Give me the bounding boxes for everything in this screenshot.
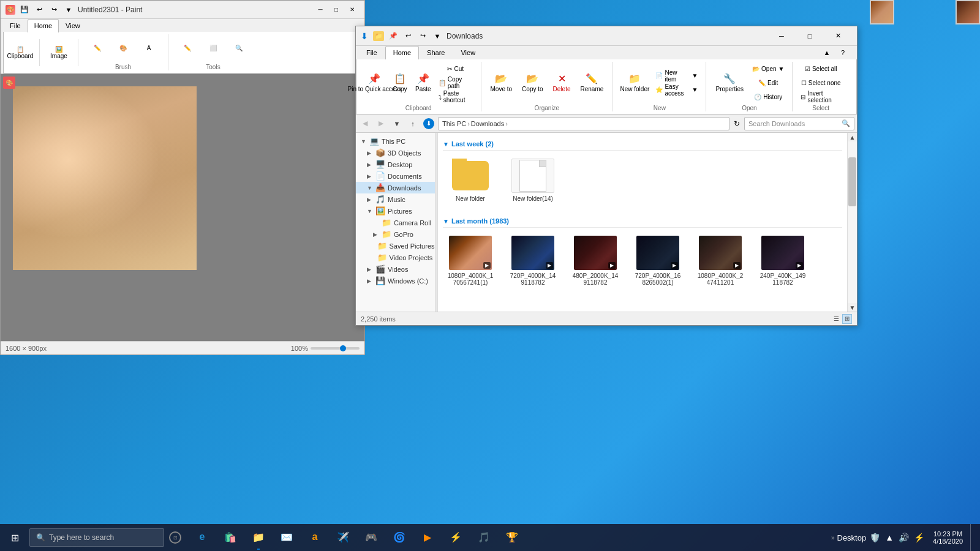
taskbar-music[interactable]: 🎵	[470, 524, 497, 551]
task-view-btn[interactable]: ⊡	[164, 524, 186, 551]
paint-canvas[interactable]	[13, 86, 197, 270]
easy-access-btn[interactable]: ⭐ Easy access ▼	[652, 83, 701, 97]
explorer-qa-undo[interactable]: ↩	[401, 29, 415, 43]
sidebar-item-videos[interactable]: ▶ 🎬 Videos	[356, 263, 435, 275]
paint-minimize-btn[interactable]: ─	[313, 4, 328, 15]
file-item-new-folder-14[interactable]: New folder(14)	[505, 156, 560, 205]
paint-brush-btn[interactable]: ✏️	[86, 34, 109, 61]
sidebar-item-gopro[interactable]: ▶ 📁 GoPro	[356, 228, 435, 240]
section-last-month[interactable]: ▼ Last month (1983)	[443, 215, 842, 228]
taskbar-app1[interactable]: ⚡	[442, 524, 469, 551]
sidebar-item-downloads[interactable]: ▼ 📥 Downloads	[356, 182, 435, 193]
scroll-up-btn[interactable]: ▲	[848, 133, 857, 141]
sidebar-item-3d-objects[interactable]: ▶ 📦 3D Objects	[356, 147, 435, 159]
file-item-v4[interactable]: 720P_4000K_168265002(1)	[630, 233, 685, 289]
move-to-btn[interactable]: 📂 Move to	[486, 67, 517, 99]
undo-btn[interactable]: ↩	[32, 3, 46, 17]
taskbar-clock[interactable]: 10:23 PM 4/18/2020	[928, 528, 968, 547]
refresh-btn[interactable]: ↻	[732, 119, 742, 129]
new-folder-btn[interactable]: 📁 New folder	[618, 67, 651, 99]
taskbar-store[interactable]: 🛍️	[217, 524, 244, 551]
paint-text-btn[interactable]: A	[137, 34, 160, 61]
explorer-minimize-btn[interactable]: ─	[767, 26, 796, 46]
path-downloads[interactable]: Downloads	[471, 120, 504, 127]
paint-tab-file[interactable]: File	[3, 19, 28, 32]
tray-network[interactable]: ▲	[884, 531, 895, 544]
select-none-btn[interactable]: ☐ Select none	[797, 76, 844, 89]
cut-btn[interactable]: ✂ Cut	[435, 62, 476, 75]
sidebar-item-music[interactable]: ▶ 🎵 Music	[356, 193, 435, 205]
paint-close-btn[interactable]: ✕	[345, 4, 360, 15]
paint-zoom-slider[interactable]	[311, 347, 360, 350]
show-desktop-btn[interactable]	[970, 524, 975, 551]
copy-btn[interactable]: 📋 Copy	[389, 67, 411, 99]
overflow-indicator[interactable]: »	[831, 534, 835, 541]
sidebar-item-this-pc[interactable]: ▼ 💻 This PC	[356, 135, 435, 147]
tray-security[interactable]: 🛡️	[869, 531, 881, 544]
new-item-btn[interactable]: 📄 New item ▼	[652, 69, 701, 83]
paste-btn[interactable]: 📌 Paste	[412, 67, 434, 99]
history-btn[interactable]: 🕐 History	[749, 90, 787, 103]
taskbar-app2[interactable]: 🏆	[499, 524, 526, 551]
explorer-close-btn[interactable]: ✕	[824, 26, 852, 46]
scroll-track[interactable]	[848, 141, 857, 303]
paint-canvas-area[interactable]: 🎨	[1, 74, 364, 341]
delete-btn[interactable]: ✕ Delete	[549, 67, 575, 99]
tray-volume[interactable]: 🔊	[897, 531, 910, 544]
file-item-v2[interactable]: 720P_4000K_149118782	[505, 233, 560, 289]
up-btn[interactable]: ↑	[406, 117, 420, 130]
paint-image-btn[interactable]: 🖼️Image	[47, 39, 70, 66]
list-view-btn[interactable]: ☰	[831, 314, 841, 324]
sidebar-item-pictures[interactable]: ▼ 🖼️ Pictures	[356, 205, 435, 217]
file-item-new-folder[interactable]: New folder	[443, 156, 498, 205]
rename-btn[interactable]: ✏️ Rename	[576, 67, 608, 99]
back-btn[interactable]: ◀	[358, 117, 372, 130]
taskbar-firefox[interactable]: 🌀	[386, 524, 413, 551]
section-last-week[interactable]: ▼ Last week (2)	[443, 138, 842, 151]
taskbar-search[interactable]: 🔍 Type here to search	[29, 528, 164, 547]
paint-eraser-btn[interactable]: ⬜	[202, 34, 225, 61]
start-button[interactable]: ⊞	[0, 524, 29, 551]
ribbon-help-btn[interactable]: ?	[836, 46, 850, 59]
address-bar[interactable]: This PC › Downloads ›	[438, 117, 729, 130]
save-btn[interactable]: 💾	[18, 3, 31, 17]
edit-btn[interactable]: ✏️ Edit	[749, 76, 787, 89]
tab-view[interactable]: View	[453, 46, 483, 59]
content-scrollbar[interactable]: ▲ ▼	[847, 133, 857, 312]
explorer-maximize-btn[interactable]: □	[796, 26, 824, 46]
recent-locations-btn[interactable]: ▼	[390, 117, 404, 130]
ribbon-collapse-btn[interactable]: ▲	[820, 46, 834, 59]
paste-shortcut-btn[interactable]: ⤵ Paste shortcut	[435, 90, 476, 103]
tab-share[interactable]: Share	[419, 46, 453, 59]
qa-dropdown[interactable]: ▼	[62, 3, 75, 17]
paint-pencil-btn[interactable]: ✏️	[176, 34, 199, 61]
copy-to-btn[interactable]: 📂 Copy to	[518, 67, 547, 99]
taskbar-vlc[interactable]: ▶	[414, 524, 441, 551]
tray-battery[interactable]: ⚡	[913, 531, 925, 544]
explorer-qa-redo[interactable]: ↪	[416, 29, 429, 43]
paint-maximize-btn[interactable]: □	[329, 4, 344, 15]
paint-clipboard-btn[interactable]: 📋Clipboard	[9, 39, 32, 66]
search-box[interactable]: Search Downloads 🔍	[744, 117, 854, 130]
path-this-pc[interactable]: This PC	[442, 120, 466, 127]
redo-btn[interactable]: ↪	[47, 3, 61, 17]
explorer-qa-pin[interactable]: 📌	[386, 29, 400, 43]
sidebar-item-windows-c[interactable]: ▶ 💾 Windows (C:)	[356, 275, 435, 287]
tab-home[interactable]: Home	[385, 46, 419, 59]
select-all-btn[interactable]: ☑ Select all	[797, 62, 844, 75]
file-item-v5[interactable]: 1080P_4000K_247411201	[693, 233, 748, 289]
sidebar-item-saved-pictures[interactable]: 📁 Saved Pictures	[356, 240, 435, 252]
copy-path-btn[interactable]: 📋 Copy path	[435, 76, 476, 89]
paint-zoom-btn[interactable]: 🔍	[227, 34, 251, 61]
properties-btn[interactable]: 🔧 Properties	[711, 67, 748, 99]
taskbar-explorer[interactable]: 📁	[245, 524, 272, 551]
file-item-v6[interactable]: 240P_400K_149118782	[755, 233, 810, 289]
taskbar-edge[interactable]: e	[189, 524, 216, 551]
grid-view-btn[interactable]: ⊞	[842, 314, 852, 324]
paint-tab-home[interactable]: Home	[28, 19, 59, 32]
paint-zoom-thumb[interactable]	[340, 345, 346, 351]
scroll-thumb[interactable]	[848, 157, 856, 206]
sidebar-item-camera-roll[interactable]: 📁 Camera Roll	[356, 217, 435, 228]
open-btn[interactable]: 📂 Open ▼	[749, 62, 787, 75]
sidebar-item-video-projects[interactable]: 📁 Video Projects	[356, 252, 435, 263]
